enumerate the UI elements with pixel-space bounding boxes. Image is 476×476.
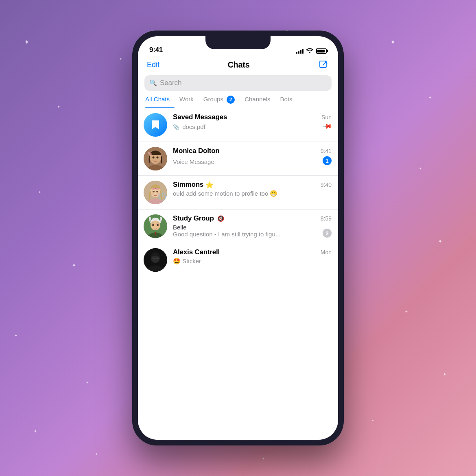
search-input[interactable]: Search: [160, 79, 181, 87]
phone-notch: [205, 36, 271, 49]
signal-bar-3: [300, 50, 301, 54]
avatar-saved: [144, 113, 167, 137]
search-container: 🔍 Search: [138, 75, 338, 96]
chat-header-simmons: Simmons ⭐ 9:40: [173, 181, 332, 189]
chat-name-row-simmons: Simmons ⭐: [173, 181, 214, 189]
star-icon-simmons: ⭐: [205, 181, 214, 189]
chat-content-simmons: Simmons ⭐ 9:40 ould add some motion to p…: [173, 181, 332, 197]
chat-header-alexis: Alexis Cantrell Mon: [173, 248, 332, 256]
chat-preview-simmons: ould add some motion to profile too 😁: [173, 190, 277, 197]
chat-footer-study: Belle Good question - I am still trying …: [173, 224, 332, 238]
chat-time-alexis: Mon: [321, 249, 332, 255]
svg-point-28: [157, 258, 158, 259]
chat-header-monica: Monica Dolton 9:41: [173, 147, 332, 155]
chat-name-simmons: Simmons: [173, 181, 203, 189]
svg-point-22: [157, 224, 159, 226]
signal-bars-icon: [296, 48, 304, 54]
chat-item-study[interactable]: Study Group 🔇 8:59 Belle Good question -…: [138, 210, 338, 243]
chat-name-alexis: Alexis Cantrell: [173, 248, 220, 256]
chat-name-monica: Monica Dolton: [173, 147, 220, 155]
tab-bots[interactable]: Bots: [275, 96, 297, 108]
chat-preview-monica: Voice Message: [173, 158, 214, 165]
chat-time-simmons: 9:40: [321, 181, 332, 188]
signal-bar-1: [296, 52, 297, 54]
chat-time-saved: Sun: [321, 114, 332, 120]
chat-footer-saved: 📎 docs.pdf 📌: [173, 122, 332, 130]
chat-time-monica: 9:41: [321, 148, 332, 154]
svg-point-5: [149, 153, 152, 155]
svg-point-21: [152, 224, 154, 226]
status-time: 9:41: [149, 46, 163, 54]
chat-content-study: Study Group 🔇 8:59 Belle Good question -…: [173, 214, 332, 238]
chat-sender-study: Belle: [173, 224, 280, 231]
avatar-monica: [144, 147, 167, 170]
chat-item-monica[interactable]: Monica Dolton 9:41 Voice Message 1: [138, 142, 338, 176]
svg-point-6: [148, 152, 150, 154]
search-icon: 🔍: [149, 79, 157, 87]
chat-header-saved: Saved Messages Sun: [173, 113, 332, 121]
chat-list: Saved Messages Sun 📎 docs.pdf 📌: [138, 108, 338, 440]
svg-point-12: [153, 191, 155, 192]
mute-icon-study: 🔇: [217, 215, 224, 222]
chat-name-saved: Saved Messages: [173, 113, 227, 121]
groups-badge: 2: [227, 96, 235, 104]
svg-point-14: [150, 193, 153, 195]
tab-channels[interactable]: Channels: [240, 96, 275, 108]
tab-all-chats[interactable]: All Chats: [145, 96, 175, 108]
edit-button[interactable]: Edit: [147, 61, 159, 69]
chat-time-study: 8:59: [321, 215, 332, 222]
chat-footer-monica: Voice Message 1: [173, 156, 332, 165]
phone-frame: 9:41: [132, 31, 344, 445]
svg-rect-0: [320, 61, 326, 68]
chat-content-monica: Monica Dolton 9:41 Voice Message 1: [173, 147, 332, 165]
chat-name-row-study: Study Group 🔇: [173, 214, 224, 223]
chat-preview-multi-study: Belle Good question - I am still trying …: [173, 224, 280, 238]
chat-item-simmons[interactable]: Simmons ⭐ 9:40 ould add some motion to p…: [138, 176, 338, 210]
compose-button[interactable]: [318, 59, 329, 70]
chat-item-alexis[interactable]: Alexis Cantrell Mon 🤩 Sticker: [138, 243, 338, 277]
svg-point-4: [157, 157, 159, 159]
svg-point-13: [156, 191, 158, 192]
avatar-study: [144, 214, 167, 238]
chat-header-study: Study Group 🔇 8:59: [173, 214, 332, 223]
unread-badge-monica: 1: [323, 156, 332, 165]
chat-preview-study: Good question - I am still trying to fig…: [173, 231, 280, 238]
svg-point-3: [153, 157, 155, 159]
chat-content-saved: Saved Messages Sun 📎 docs.pdf 📌: [173, 113, 332, 130]
wifi-icon: [306, 48, 313, 54]
avatar-alexis: [144, 248, 167, 272]
tab-work[interactable]: Work: [175, 96, 199, 108]
unread-badge-study: 2: [323, 229, 332, 238]
attachment-icon: 📎: [173, 124, 179, 130]
chat-preview-alexis: 🤩 Sticker: [173, 258, 201, 264]
signal-bar-2: [298, 51, 299, 54]
page-title: Chats: [227, 60, 249, 70]
chat-name-study: Study Group: [173, 214, 214, 223]
svg-point-27: [154, 258, 155, 259]
battery-icon: [316, 48, 327, 54]
phone-screen: 9:41: [138, 36, 338, 440]
nav-bar: Edit Chats: [138, 57, 338, 75]
chat-preview-saved: 📎 docs.pdf: [173, 123, 205, 130]
status-icons: [296, 48, 327, 54]
search-bar[interactable]: 🔍 Search: [144, 75, 332, 91]
tab-groups[interactable]: Groups 2: [199, 96, 240, 108]
battery-fill: [317, 50, 325, 52]
filter-tabs: All Chats Work Groups 2 Channels Bots: [138, 96, 338, 108]
chat-content-alexis: Alexis Cantrell Mon 🤩 Sticker: [173, 248, 332, 265]
signal-bar-4: [302, 49, 304, 54]
pin-icon-saved: 📌: [322, 121, 333, 132]
chat-item-saved[interactable]: Saved Messages Sun 📎 docs.pdf 📌: [138, 108, 338, 142]
avatar-simmons: [144, 181, 167, 204]
